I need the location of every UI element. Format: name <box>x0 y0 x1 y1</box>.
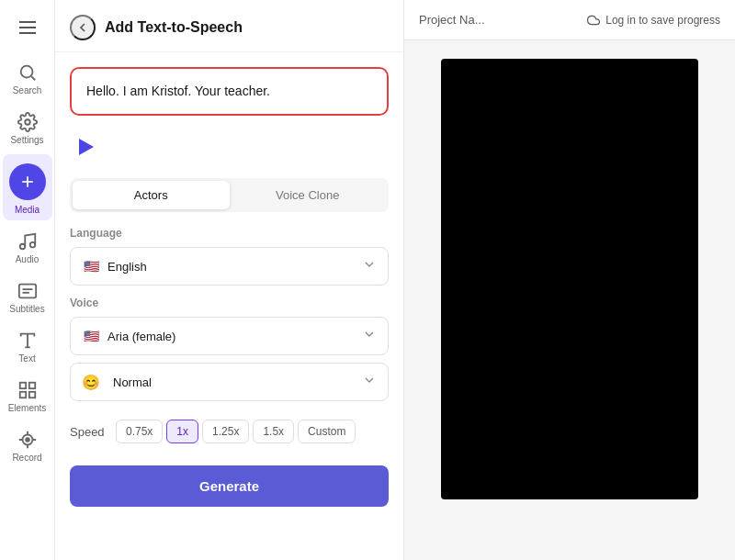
voice-name-chevron-icon <box>362 327 377 345</box>
speed-075x[interactable]: 0.75x <box>116 420 163 443</box>
sidebar-item-subtitles[interactable]: Subtitles <box>3 274 52 319</box>
topbar: Project Na... Log in to save progress <box>404 0 735 40</box>
cloud-icon <box>587 14 600 27</box>
speed-buttons: 0.75x 1x 1.25x 1.5x Custom <box>116 420 356 443</box>
voice-style-left: Normal <box>82 374 152 391</box>
save-progress-button[interactable]: Log in to save progress <box>587 14 720 27</box>
svg-point-6 <box>29 242 35 248</box>
voice-style-value: Normal <box>113 375 152 389</box>
speed-row: Speed 0.75x 1x 1.25x 1.5x Custom <box>70 420 389 443</box>
project-name: Project Na... <box>419 13 485 27</box>
speed-label: Speed <box>70 425 108 439</box>
main-area: Project Na... Log in to save progress <box>404 0 735 560</box>
language-chevron-icon <box>362 257 377 275</box>
svg-point-17 <box>26 438 29 442</box>
svg-rect-12 <box>19 383 25 388</box>
voice-style-chevron-icon <box>362 373 377 391</box>
tabs-container: Actors Voice Clone <box>70 178 389 212</box>
sidebar-label-media: Media <box>15 205 40 215</box>
svg-point-5 <box>19 244 25 250</box>
play-icon <box>79 139 94 155</box>
tab-voice-clone[interactable]: Voice Clone <box>230 181 387 209</box>
language-value: English <box>107 260 147 274</box>
sidebar-label-record: Record <box>12 453 41 463</box>
sidebar-item-search[interactable]: Search <box>3 55 52 101</box>
panel-title: Add Text-to-Speech <box>105 19 243 36</box>
svg-rect-7 <box>18 285 35 298</box>
sidebar-item-elements[interactable]: Elements <box>3 373 52 419</box>
sidebar-label-search: Search <box>13 85 42 95</box>
hamburger-menu[interactable] <box>11 11 44 44</box>
voice-name-left: Aria (female) <box>82 330 175 343</box>
sidebar-item-media[interactable]: Media <box>3 154 52 220</box>
canvas-area <box>404 40 735 560</box>
svg-point-0 <box>20 66 32 78</box>
sidebar: Search Settings Media Audio Subtitles <box>0 0 55 560</box>
svg-line-1 <box>31 76 35 80</box>
back-button[interactable] <box>70 15 96 40</box>
tab-actors[interactable]: Actors <box>73 181 230 209</box>
speed-1x[interactable]: 1x <box>166 420 198 443</box>
voice-style-emoji-icon <box>82 374 100 391</box>
tts-text-box[interactable]: Hello. I am Kristof. Your teacher. <box>70 67 389 116</box>
language-dropdown[interactable]: English <box>70 247 389 286</box>
svg-rect-14 <box>19 392 25 398</box>
svg-point-2 <box>25 119 30 125</box>
voice-label: Voice <box>70 297 389 309</box>
language-dropdown-left: English <box>82 260 147 274</box>
panel-header: Add Text-to-Speech <box>55 0 403 52</box>
generate-button[interactable]: Generate <box>70 465 389 507</box>
sidebar-item-record[interactable]: Record <box>3 422 52 468</box>
sidebar-item-audio[interactable]: Audio <box>3 224 52 270</box>
save-progress-label: Log in to save progress <box>605 14 720 27</box>
voice-style-dropdown[interactable]: Normal <box>70 363 389 401</box>
media-icon-btn <box>9 163 46 200</box>
sidebar-label-subtitles: Subtitles <box>9 304 44 314</box>
tts-panel: Add Text-to-Speech Hello. I am Kristof. … <box>55 0 404 560</box>
language-label: Language <box>70 227 389 240</box>
sidebar-label-settings: Settings <box>10 135 43 145</box>
voice-name-dropdown[interactable]: Aria (female) <box>70 317 389 355</box>
speed-15x[interactable]: 1.5x <box>253 420 294 443</box>
sidebar-label-elements: Elements <box>8 403 47 413</box>
us-flag-icon <box>82 260 100 273</box>
sidebar-item-settings[interactable]: Settings <box>3 105 52 151</box>
voice-flag-icon <box>82 330 100 342</box>
svg-rect-15 <box>28 392 34 398</box>
tts-text-content: Hello. I am Kristof. Your teacher. <box>86 82 372 101</box>
play-area <box>70 130 389 163</box>
play-button[interactable] <box>70 130 103 163</box>
sidebar-item-text[interactable]: Text <box>3 323 52 369</box>
video-canvas <box>441 59 698 499</box>
sidebar-label-audio: Audio <box>16 254 40 264</box>
voice-name-value: Aria (female) <box>107 330 175 343</box>
speed-custom[interactable]: Custom <box>298 420 356 443</box>
sidebar-label-text: Text <box>18 353 35 364</box>
speed-125x[interactable]: 1.25x <box>202 420 249 443</box>
svg-rect-13 <box>28 383 34 388</box>
